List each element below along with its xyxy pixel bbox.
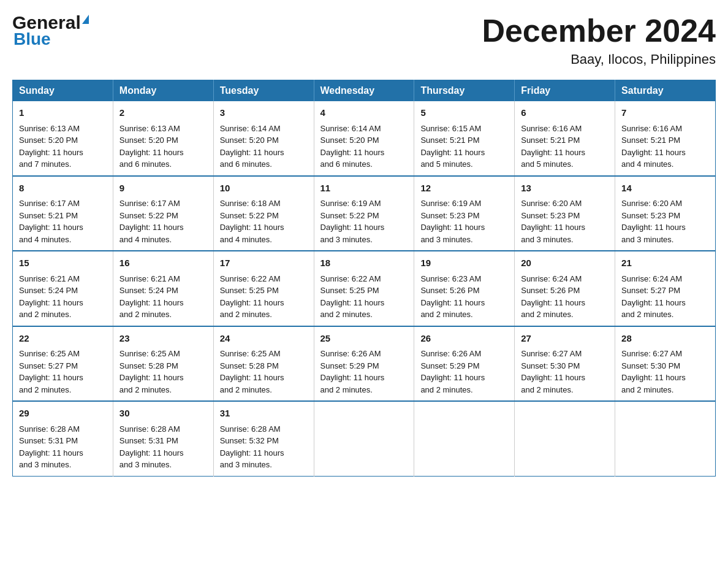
daylight-label: Daylight: 11 hours [621, 223, 686, 232]
calendar-cell: 22 Sunrise: 6:25 AM Sunset: 5:27 PM Dayl… [13, 326, 113, 402]
title-block: December 2024 Baay, Ilocos, Philippines [482, 12, 716, 67]
daylight-minutes: and 2 minutes. [220, 310, 272, 319]
day-number: 8 [19, 182, 107, 196]
sunset-label: Sunset: 5:22 PM [220, 211, 279, 220]
day-number: 31 [220, 407, 308, 421]
daylight-label: Daylight: 11 hours [320, 298, 385, 307]
daylight-label: Daylight: 11 hours [420, 148, 485, 157]
calendar-cell: 24 Sunrise: 6:25 AM Sunset: 5:28 PM Dayl… [213, 326, 314, 402]
sunrise-label: Sunrise: 6:18 AM [220, 199, 281, 208]
daylight-label: Daylight: 11 hours [420, 373, 485, 382]
sunrise-label: Sunrise: 6:14 AM [220, 124, 281, 133]
calendar-cell: 2 Sunrise: 6:13 AM Sunset: 5:20 PM Dayli… [113, 101, 213, 176]
sunset-label: Sunset: 5:25 PM [220, 286, 279, 295]
sunrise-label: Sunrise: 6:24 AM [521, 274, 582, 283]
daylight-label: Daylight: 11 hours [621, 148, 686, 157]
day-number: 21 [621, 256, 709, 270]
sunset-label: Sunset: 5:23 PM [621, 211, 680, 220]
sunset-label: Sunset: 5:20 PM [19, 136, 78, 145]
daylight-label: Daylight: 11 hours [521, 373, 585, 382]
day-number: 7 [621, 106, 709, 120]
daylight-minutes: and 3 minutes. [621, 235, 673, 244]
sunset-label: Sunset: 5:31 PM [119, 436, 178, 445]
daylight-label: Daylight: 11 hours [220, 373, 284, 382]
daylight-minutes: and 3 minutes. [220, 460, 272, 469]
daylight-label: Daylight: 11 hours [119, 148, 184, 157]
sunrise-label: Sunrise: 6:16 AM [521, 124, 582, 133]
day-number: 27 [521, 332, 609, 346]
sunrise-label: Sunrise: 6:28 AM [220, 424, 281, 434]
sunrise-label: Sunrise: 6:27 AM [621, 349, 682, 358]
daylight-label: Daylight: 11 hours [19, 148, 83, 157]
sunset-label: Sunset: 5:28 PM [119, 361, 178, 370]
sunrise-label: Sunrise: 6:25 AM [119, 349, 180, 358]
calendar-cell [414, 401, 515, 476]
calendar-cell: 27 Sunrise: 6:27 AM Sunset: 5:30 PM Dayl… [515, 326, 615, 402]
daylight-label: Daylight: 11 hours [521, 148, 585, 157]
day-number: 10 [220, 182, 308, 196]
daylight-label: Daylight: 11 hours [19, 448, 83, 458]
calendar-cell: 1 Sunrise: 6:13 AM Sunset: 5:20 PM Dayli… [13, 101, 113, 176]
sunrise-label: Sunrise: 6:26 AM [420, 349, 481, 358]
calendar-cell: 26 Sunrise: 6:26 AM Sunset: 5:29 PM Dayl… [414, 326, 515, 402]
logo-triangle-icon [82, 15, 89, 24]
calendar-week-row: 15 Sunrise: 6:21 AM Sunset: 5:24 PM Dayl… [13, 251, 716, 326]
day-number: 13 [521, 182, 609, 196]
calendar-cell: 16 Sunrise: 6:21 AM Sunset: 5:24 PM Dayl… [113, 251, 213, 326]
sunrise-label: Sunrise: 6:25 AM [220, 349, 281, 358]
calendar-cell: 17 Sunrise: 6:22 AM Sunset: 5:25 PM Dayl… [213, 251, 314, 326]
day-number: 15 [19, 256, 107, 270]
daylight-minutes: and 2 minutes. [220, 385, 272, 394]
sunrise-label: Sunrise: 6:22 AM [320, 274, 381, 283]
calendar-cell: 20 Sunrise: 6:24 AM Sunset: 5:26 PM Dayl… [515, 251, 615, 326]
sunrise-label: Sunrise: 6:25 AM [19, 349, 80, 358]
daylight-label: Daylight: 11 hours [420, 298, 485, 307]
day-number: 26 [420, 332, 508, 346]
sunset-label: Sunset: 5:27 PM [621, 286, 680, 295]
sunset-label: Sunset: 5:26 PM [420, 286, 479, 295]
sunset-label: Sunset: 5:31 PM [19, 436, 78, 445]
sunrise-label: Sunrise: 6:15 AM [420, 124, 481, 133]
daylight-label: Daylight: 11 hours [119, 223, 184, 232]
daylight-label: Daylight: 11 hours [420, 223, 485, 232]
calendar-cell: 23 Sunrise: 6:25 AM Sunset: 5:28 PM Dayl… [113, 326, 213, 402]
calendar-cell: 12 Sunrise: 6:19 AM Sunset: 5:23 PM Dayl… [414, 176, 515, 251]
sunset-label: Sunset: 5:20 PM [119, 136, 178, 145]
sunset-label: Sunset: 5:22 PM [119, 211, 178, 220]
daylight-minutes: and 2 minutes. [521, 385, 573, 394]
calendar-header-tuesday: Tuesday [213, 80, 314, 102]
calendar-cell: 10 Sunrise: 6:18 AM Sunset: 5:22 PM Dayl… [213, 176, 314, 251]
calendar-cell: 30 Sunrise: 6:28 AM Sunset: 5:31 PM Dayl… [113, 401, 213, 476]
daylight-label: Daylight: 11 hours [119, 448, 184, 458]
day-number: 20 [521, 256, 609, 270]
daylight-minutes: and 4 minutes. [19, 235, 71, 244]
day-number: 1 [19, 106, 107, 120]
calendar-cell: 28 Sunrise: 6:27 AM Sunset: 5:30 PM Dayl… [615, 326, 716, 402]
calendar-cell: 3 Sunrise: 6:14 AM Sunset: 5:20 PM Dayli… [213, 101, 314, 176]
daylight-minutes: and 2 minutes. [320, 310, 373, 319]
day-number: 9 [119, 182, 207, 196]
daylight-label: Daylight: 11 hours [220, 223, 284, 232]
calendar-cell: 8 Sunrise: 6:17 AM Sunset: 5:21 PM Dayli… [13, 176, 113, 251]
calendar-cell: 6 Sunrise: 6:16 AM Sunset: 5:21 PM Dayli… [515, 101, 615, 176]
sunset-label: Sunset: 5:26 PM [521, 286, 580, 295]
day-number: 11 [320, 182, 408, 196]
daylight-minutes: and 6 minutes. [119, 159, 172, 169]
daylight-minutes: and 2 minutes. [119, 385, 172, 394]
day-number: 25 [320, 332, 408, 346]
calendar-header-saturday: Saturday [615, 80, 716, 102]
sunset-label: Sunset: 5:32 PM [220, 436, 279, 445]
sunrise-label: Sunrise: 6:20 AM [521, 199, 582, 208]
sunrise-label: Sunrise: 6:19 AM [420, 199, 481, 208]
sunset-label: Sunset: 5:20 PM [220, 136, 279, 145]
daylight-minutes: and 3 minutes. [119, 460, 172, 469]
calendar-cell [515, 401, 615, 476]
sunset-label: Sunset: 5:21 PM [420, 136, 479, 145]
calendar-cell: 14 Sunrise: 6:20 AM Sunset: 5:23 PM Dayl… [615, 176, 716, 251]
daylight-label: Daylight: 11 hours [119, 373, 184, 382]
day-number: 17 [220, 256, 308, 270]
calendar-body: 1 Sunrise: 6:13 AM Sunset: 5:20 PM Dayli… [13, 101, 716, 476]
sunrise-label: Sunrise: 6:17 AM [119, 199, 180, 208]
daylight-label: Daylight: 11 hours [220, 448, 284, 458]
calendar-cell [314, 401, 414, 476]
